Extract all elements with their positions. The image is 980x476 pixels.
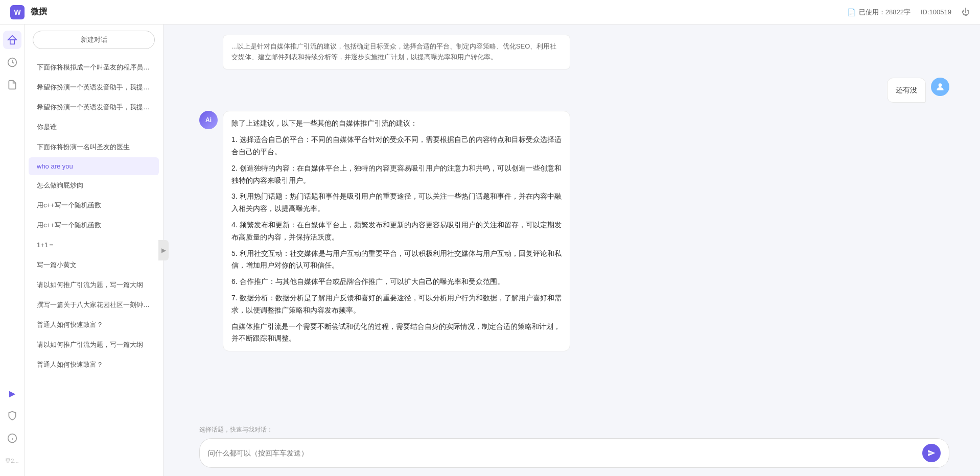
- truncated-message: ...以上是针对自媒体推广引流的建议，包括确定目标受众，选择合适的平台、制定内容…: [223, 35, 570, 69]
- usage-info: 📄 已使用：28822字: [847, 8, 911, 17]
- sidebar-icon-home[interactable]: [3, 31, 21, 49]
- send-button[interactable]: [922, 444, 941, 462]
- svg-rect-1: [10, 40, 14, 44]
- quick-topics-label: 选择话题，快速与我对话：: [199, 425, 949, 434]
- chat-input[interactable]: [208, 449, 918, 457]
- conversation-item[interactable]: 撰写一篇关于八大家花园社区一刻钟便民生...: [29, 295, 159, 315]
- conversation-item[interactable]: 希望你扮演一个英语发音助手，我提供给你...: [29, 98, 159, 117]
- doc-icon: 📄: [847, 8, 856, 16]
- chat-messages: ...以上是针对自媒体推广引流的建议，包括确定目标受众，选择合适的平台、制定内容…: [169, 25, 980, 419]
- user-message: 还有没: [887, 78, 926, 103]
- new-conversation-button[interactable]: 新建对话: [33, 31, 155, 49]
- conversation-item[interactable]: 下面你将扮演一名叫圣友的医生: [29, 137, 159, 157]
- chat-area: ...以上是针对自媒体推广引流的建议，包括确定目标受众，选择合适的平台、制定内容…: [169, 25, 980, 476]
- main-layout: ▶ 登2... 新建对话 下面你将模拟成一个叫圣友的程序员，我说...希望你扮演…: [0, 25, 980, 476]
- logo-icon: W: [10, 5, 25, 19]
- conversation-item[interactable]: 怎么做狗屁炒肉: [29, 176, 159, 195]
- assistant-message: 除了上述建议，以下是一些其他的自媒体推广引流的建议：1. 选择适合自己的平台：不…: [223, 111, 570, 351]
- topbar-right: 📄 已使用：28822字 ID:100519 ⏻: [847, 8, 970, 17]
- conversation-item[interactable]: 用c++写一个随机函数: [29, 216, 159, 235]
- conversation-item[interactable]: 希望你扮演一个英语发音助手，我提供给你...: [29, 78, 159, 97]
- icon-sidebar: ▶ 登2...: [0, 25, 25, 476]
- conversation-item[interactable]: 写一篇小黄文: [29, 255, 159, 275]
- topbar-left: W 微撰: [10, 5, 47, 19]
- svg-marker-0: [8, 36, 16, 40]
- sidebar-collapse-button[interactable]: ▶: [158, 240, 169, 260]
- user-avatar: [931, 78, 949, 96]
- input-wrapper: [199, 438, 949, 468]
- conversation-item[interactable]: 下面你将模拟成一个叫圣友的程序员，我说...: [29, 58, 159, 77]
- conversation-item[interactable]: who are you: [29, 157, 159, 175]
- message-row: 还有没: [199, 78, 949, 103]
- chat-input-area: 选择话题，快速与我对话：: [169, 419, 980, 476]
- user-id: ID:100519: [921, 8, 951, 16]
- topbar: W 微撰 📄 已使用：28822字 ID:100519 ⏻: [0, 0, 980, 25]
- sidebar-icon-file[interactable]: [3, 76, 21, 94]
- svg-point-6: [939, 83, 942, 87]
- conversation-item[interactable]: 请以如何推广引流为题，写一篇大纲: [29, 275, 159, 295]
- sidebar-icon-shield[interactable]: [3, 407, 21, 425]
- conversation-item[interactable]: 用c++写一个随机函数: [29, 196, 159, 215]
- usage-text: 已使用：28822字: [859, 8, 911, 17]
- power-icon[interactable]: ⏻: [962, 8, 970, 17]
- ai-avatar: Ai: [199, 111, 218, 129]
- sidebar-icon-info[interactable]: [3, 429, 21, 447]
- conversation-item[interactable]: 普通人如何快速致富？: [29, 355, 159, 374]
- conversation-item[interactable]: 1+1＝: [29, 235, 159, 255]
- app-title: 微撰: [31, 7, 47, 17]
- message-row: Ai除了上述建议，以下是一些其他的自媒体推广引流的建议：1. 选择适合自己的平台…: [199, 111, 949, 351]
- conversation-item[interactable]: 请以如何推广引流为题，写一篇大纲: [29, 335, 159, 354]
- sidebar-icon-clock[interactable]: [3, 53, 21, 72]
- conversation-item[interactable]: 普通人如何快速致富？: [29, 315, 159, 335]
- conversation-item[interactable]: 你是谁: [29, 117, 159, 137]
- conversation-list: 下面你将模拟成一个叫圣友的程序员，我说...希望你扮演一个英语发音助手，我提供给…: [25, 55, 163, 476]
- sidebar-icon-bottom[interactable]: 登2...: [3, 451, 21, 470]
- sidebar-icon-arrow[interactable]: ▶: [3, 384, 21, 402]
- conv-sidebar: 新建对话 下面你将模拟成一个叫圣友的程序员，我说...希望你扮演一个英语发音助手…: [25, 25, 164, 476]
